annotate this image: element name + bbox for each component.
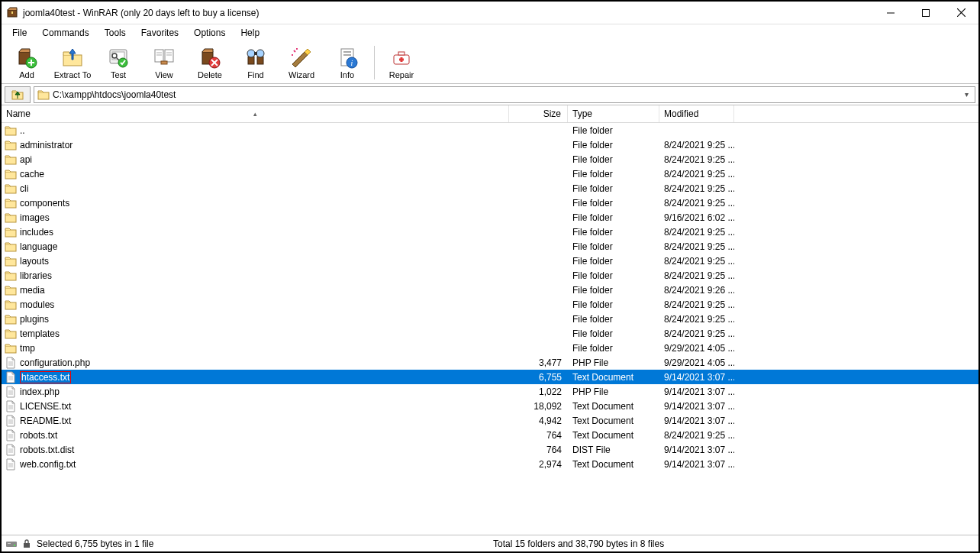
menu-commands[interactable]: Commands [36, 26, 95, 40]
tool-find[interactable]: Find [234, 43, 278, 82]
folder-icon [5, 154, 17, 166]
column-size[interactable]: Size [509, 105, 568, 122]
menu-tools[interactable]: Tools [98, 26, 132, 40]
file-row[interactable]: administratorFile folder8/24/2021 9:25 .… [2, 137, 978, 152]
file-row[interactable]: configuration.php3,477PHP File9/29/2021 … [2, 355, 978, 370]
svg-rect-52 [5, 259, 16, 266]
file-type: Text Document [568, 430, 659, 441]
file-type: File folder [568, 212, 659, 223]
svg-rect-53 [5, 273, 16, 280]
folder-icon [5, 328, 17, 340]
file-type: File folder [568, 227, 659, 238]
menu-help[interactable]: Help [234, 26, 266, 40]
maximize-button[interactable] [908, 2, 943, 24]
file-type: Text Document [568, 401, 659, 412]
tool-label: Repair [389, 70, 414, 79]
column-name[interactable]: Name ▴ [2, 105, 509, 122]
file-name: cache [20, 169, 44, 179]
menu-options[interactable]: Options [188, 26, 231, 40]
file-row[interactable]: web.config.txt2,974Text Document9/14/202… [2, 457, 978, 471]
file-row[interactable]: index.php1,022PHP File9/14/2021 3:07 ... [2, 384, 978, 399]
file-row[interactable]: layoutsFile folder8/24/2021 9:25 ... [2, 254, 978, 268]
file-row[interactable]: imagesFile folder9/16/2021 6:02 ... [2, 210, 978, 225]
file-list[interactable]: ..File folderadministratorFile folder8/2… [2, 123, 978, 535]
file-name: language [20, 241, 57, 252]
toolbar-separator [374, 46, 375, 79]
tool-wizard[interactable]: Wizard [279, 43, 324, 82]
svg-rect-16 [155, 50, 163, 62]
file-row[interactable]: componentsFile folder8/24/2021 9:25 ... [2, 196, 978, 210]
file-name: templates [20, 328, 60, 339]
file-type: PHP File [568, 357, 659, 368]
minimize-button[interactable] [873, 2, 908, 24]
wizard-icon [289, 46, 314, 69]
file-type: Text Document [568, 372, 659, 383]
file-row[interactable]: languageFile folder8/24/2021 9:25 ... [2, 239, 978, 254]
file-modified: 9/29/2021 4:05 ... [659, 357, 734, 368]
tool-view[interactable]: View [142, 43, 186, 82]
file-type: Text Document [568, 416, 659, 426]
tool-test[interactable]: Test [96, 43, 140, 82]
file-modified: 9/14/2021 3:07 ... [659, 416, 734, 426]
tool-label: Add [19, 70, 34, 79]
folder-icon [5, 183, 17, 195]
file-modified: 9/14/2021 3:07 ... [659, 386, 734, 397]
tool-label: Delete [198, 70, 222, 79]
file-row[interactable]: htaccess.txt6,755Text Document9/14/2021 … [2, 370, 978, 384]
column-modified[interactable]: Modified [659, 105, 734, 122]
file-row[interactable]: templatesFile folder8/24/2021 9:25 ... [2, 326, 978, 341]
up-button[interactable] [5, 86, 31, 103]
file-row[interactable]: pluginsFile folder8/24/2021 9:25 ... [2, 312, 978, 326]
close-button[interactable] [943, 2, 978, 24]
file-row[interactable]: robots.txt.dist764DIST File9/14/2021 3:0… [2, 442, 978, 457]
tool-repair[interactable]: Repair [379, 43, 424, 82]
status-total: Total 15 folders and 38,790 bytes in 8 f… [493, 538, 664, 549]
file-icon [5, 458, 17, 471]
tool-extract[interactable]: Extract To [50, 43, 95, 82]
file-row[interactable]: ..File folder [2, 123, 978, 137]
path-field[interactable]: C:\xampp\htdocs\joomla40test ▾ [34, 86, 975, 103]
svg-text:i: i [351, 59, 353, 67]
file-row[interactable]: cliFile folder8/24/2021 9:25 ... [2, 181, 978, 196]
file-row[interactable]: README.txt4,942Text Document9/14/2021 3:… [2, 413, 978, 428]
folder-icon [5, 226, 17, 238]
file-name: web.config.txt [20, 459, 76, 470]
file-modified: 8/24/2021 9:25 ... [659, 183, 734, 194]
file-row[interactable]: apiFile folder8/24/2021 9:25 ... [2, 152, 978, 167]
file-row[interactable]: tmpFile folder9/29/2021 4:05 ... [2, 341, 978, 355]
file-modified: 8/24/2021 9:25 ... [659, 430, 734, 441]
file-row[interactable]: mediaFile folder8/24/2021 9:26 ... [2, 283, 978, 297]
status-selection: Selected 6,755 bytes in 1 file [37, 538, 153, 549]
file-name: htaccess.txt [20, 371, 71, 383]
tool-add[interactable]: Add [5, 43, 49, 82]
file-name: api [20, 154, 32, 165]
column-type[interactable]: Type [568, 105, 659, 122]
file-row[interactable]: librariesFile folder8/24/2021 9:25 ... [2, 268, 978, 283]
tool-info[interactable]: iInfo [325, 43, 369, 82]
file-type: File folder [568, 183, 659, 194]
tool-delete[interactable]: Delete [188, 43, 232, 82]
toolbar: AddExtract ToTestViewDeleteFindWizardiIn… [2, 41, 978, 84]
tool-label: Info [340, 70, 354, 79]
svg-rect-44 [5, 143, 16, 150]
file-row[interactable]: cacheFile folder8/24/2021 9:25 ... [2, 167, 978, 181]
svg-rect-33 [343, 51, 351, 53]
file-row[interactable]: modulesFile folder8/24/2021 9:25 ... [2, 297, 978, 312]
file-modified: 9/29/2021 4:05 ... [659, 343, 734, 354]
file-icon [5, 400, 17, 412]
folder-icon [5, 342, 17, 354]
file-modified: 8/24/2021 9:25 ... [659, 328, 734, 339]
file-row[interactable]: includesFile folder8/24/2021 9:25 ... [2, 225, 978, 239]
file-type: File folder [568, 299, 659, 310]
svg-rect-45 [5, 157, 16, 164]
file-row[interactable]: robots.txt764Text Document8/24/2021 9:25… [2, 428, 978, 442]
menubar: FileCommandsToolsFavoritesOptionsHelp [2, 24, 978, 41]
menu-file[interactable]: File [6, 26, 33, 40]
file-type: File folder [568, 140, 659, 150]
repair-icon [389, 46, 414, 69]
svg-rect-17 [165, 50, 173, 62]
chevron-down-icon[interactable]: ▾ [959, 87, 973, 102]
file-modified: 9/14/2021 3:07 ... [659, 459, 734, 470]
file-row[interactable]: LICENSE.txt18,092Text Document9/14/2021 … [2, 399, 978, 413]
menu-favorites[interactable]: Favorites [135, 26, 185, 40]
